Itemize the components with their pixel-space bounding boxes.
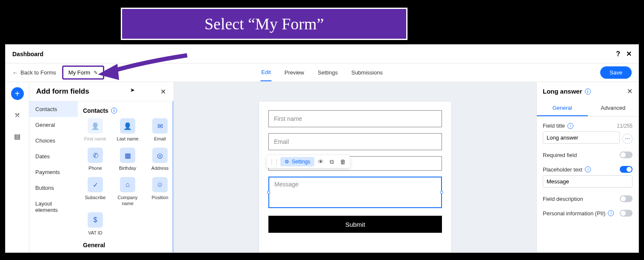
builder-header: Back to Forms My Form Edit Preview Setti… [6,63,638,82]
ptab-advanced[interactable]: Advanced [588,100,639,116]
dashboard-title: Dashboard [12,51,43,57]
tile-phone[interactable]: ✆Phone [82,148,108,171]
firstname-field[interactable]: First name [268,110,442,127]
phone-icon: ✆ [88,148,103,163]
tile-first-name: 👤First name [82,118,108,142]
left-rail: + ⤱ ▤ [6,82,29,252]
pii-label: Personal information (PII)i [543,210,614,217]
field-toolbar: ⋮⋮ ⚙Settings 👁 ⧉ 🗑 [267,155,350,168]
arrow-left-icon [12,69,18,76]
tile-company[interactable]: ⌂Company name [114,177,141,206]
more-options-button[interactable]: ⋯ [622,134,633,144]
field-title-label: Field titlei [543,123,573,129]
add-fields-title: Add form fields [36,87,89,96]
placeholder-toggle[interactable] [620,166,633,173]
tile-email[interactable]: ✉Email [147,118,173,142]
person-icon: ☺ [152,177,168,192]
description-label: Field description [543,196,583,202]
check-circle-icon: ✓ [88,177,103,192]
tab-settings[interactable]: Settings [317,64,339,81]
back-label: Back to Forms [20,69,56,76]
tile-last-name[interactable]: 👤Last name [114,118,141,142]
resize-handle-left[interactable] [267,191,270,194]
delete-icon[interactable]: 🗑 [338,157,348,166]
resize-handle-right[interactable] [440,191,443,194]
connections-icon[interactable]: ⤱ [11,109,24,121]
category-dates[interactable]: Dates [29,149,78,164]
description-toggle[interactable] [620,195,633,202]
tile-position[interactable]: ☺Position [147,177,173,206]
save-button[interactable]: Save [600,66,632,79]
category-list: Contacts General Choices Dates Payments … [29,101,78,252]
calendar-icon: ▦ [120,148,135,163]
category-contacts[interactable]: Contacts [29,101,78,117]
group-general-title: General [83,242,168,249]
pii-toggle[interactable] [620,210,633,217]
category-choices[interactable]: Choices [29,133,78,149]
field-title-input[interactable] [543,131,620,144]
category-layout[interactable]: Layout elements [29,196,78,218]
tab-preview[interactable]: Preview [284,64,305,81]
close-properties-icon[interactable]: ✕ [627,87,633,95]
info-icon[interactable]: i [608,210,614,216]
info-icon[interactable]: i [567,123,573,129]
duplicate-icon[interactable]: ⧉ [327,157,336,166]
tile-subscribe[interactable]: ✓Subscribe [82,177,108,206]
storefront-icon: ⌂ [120,177,135,192]
email-field[interactable]: Email [268,133,442,150]
required-toggle[interactable] [620,151,633,158]
field-tiles: Contactsi 👤First name 👤Last name ✉Email … [78,101,174,252]
properties-tabs: General Advanced [537,100,638,117]
message-field[interactable]: Message [268,177,442,208]
builder-tabs: Edit Preview Settings Submissions [260,64,383,81]
form-canvas[interactable]: First name Email ⋮⋮ ⚙Settings 👁 ⧉ 🗑 Mess… [174,82,536,252]
form-name-label: My Form [68,69,90,76]
instruction-callout: Select “My Form” [121,8,407,40]
tile-address[interactable]: ◎Address [147,148,173,171]
placeholder-label: Placeholder texti [543,166,591,173]
window-titlebar: Dashboard ? ✕ [6,45,638,63]
required-label: Required field [543,152,577,158]
properties-title: Long answeri [543,88,591,95]
placeholder-input[interactable] [543,175,633,188]
user-icon: 👤 [120,118,135,134]
form-card: First name Email ⋮⋮ ⚙Settings 👁 ⧉ 🗑 Mess… [259,102,451,252]
tab-edit[interactable]: Edit [260,64,271,81]
help-icon[interactable]: ? [616,50,620,58]
info-icon[interactable]: i [111,108,117,114]
add-element-button[interactable]: + [11,87,24,100]
workspace: + ⤱ ▤ Add form fields ✕ Contacts General… [6,82,638,252]
category-buttons[interactable]: Buttons [29,180,78,196]
visibility-icon[interactable]: 👁 [316,157,325,166]
close-panel-icon[interactable]: ✕ [160,88,166,96]
group-contacts-title: Contactsi [83,107,168,114]
tile-vat[interactable]: $VAT ID [82,212,108,236]
message-placeholder: Message [274,181,299,188]
dashboard-window: Dashboard ? ✕ Back to Forms My Form Edit… [5,44,639,253]
tile-birthday[interactable]: ▦Birthday [114,148,141,171]
info-icon[interactable]: i [585,89,591,94]
pin-icon: ◎ [152,148,168,163]
page-settings-icon[interactable]: ▤ [11,130,24,143]
properties-panel: Long answeri ✕ General Advanced Field ti… [536,82,638,252]
mail-icon: ✉ [152,118,168,134]
add-fields-panel: Add form fields ✕ Contacts General Choic… [29,82,174,252]
pencil-icon [94,69,98,76]
close-window-icon[interactable]: ✕ [626,50,632,58]
tab-submissions[interactable]: Submissions [350,64,384,81]
user-add-icon: 👤 [88,118,103,134]
char-counter: 11/255 [617,123,633,129]
ptab-general[interactable]: General [537,100,588,116]
info-icon[interactable]: i [585,166,591,172]
category-general[interactable]: General [29,117,78,133]
form-name-button[interactable]: My Form [62,66,104,80]
category-payments[interactable]: Payments [29,164,78,180]
vat-icon: $ [88,212,103,228]
drag-handle-icon[interactable]: ⋮⋮ [269,159,279,165]
back-to-forms-link[interactable]: Back to Forms [12,69,56,76]
submit-button[interactable]: Submit [268,216,442,233]
field-settings-button[interactable]: ⚙Settings [280,157,314,166]
gear-icon: ⚙ [285,159,289,165]
